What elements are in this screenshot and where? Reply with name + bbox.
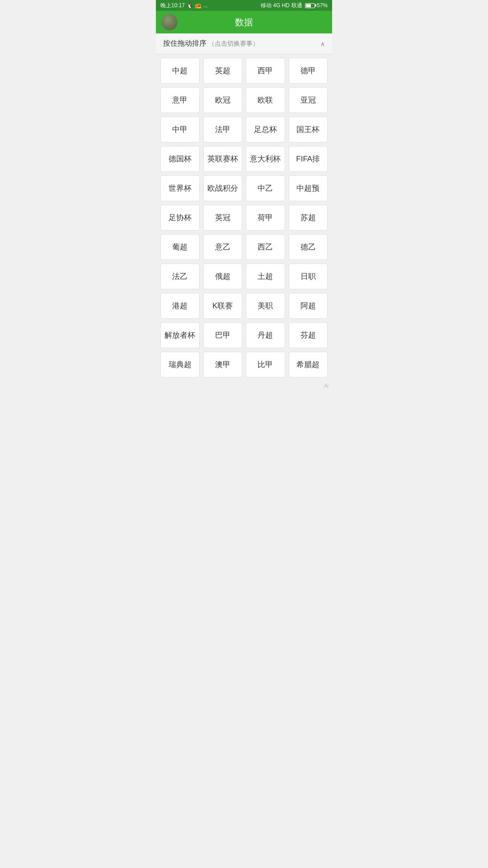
league-item[interactable]: 英冠	[203, 205, 243, 231]
league-grid: 中超英超西甲德甲意甲欧冠欧联亚冠中甲法甲足总杯国王杯德国杯英联赛杯意大利杯FIF…	[156, 54, 332, 381]
league-item[interactable]: 土超	[246, 264, 285, 289]
league-item[interactable]: 欧冠	[203, 87, 243, 113]
status-network: 移动 4G HD	[261, 2, 290, 9]
avatar-image	[161, 14, 178, 30]
league-item[interactable]: 港超	[160, 293, 200, 319]
subtitle-hint-text: （点击切换赛事）	[208, 40, 259, 47]
subtitle-content: 按住拖动排序 （点击切换赛事）	[163, 39, 259, 48]
status-icons: 🐧 📻 ...	[187, 2, 208, 9]
subtitle-bar[interactable]: 按住拖动排序 （点击切换赛事） ∧	[156, 33, 332, 54]
status-bar: 晚上10:17 🐧 📻 ... 移动 4G HD 联通 57%	[156, 0, 332, 11]
league-item[interactable]: 俄超	[203, 264, 243, 289]
league-item[interactable]: 荷甲	[246, 205, 285, 231]
league-item[interactable]: 瑞典超	[160, 352, 200, 377]
league-item[interactable]: 意大利杯	[246, 146, 285, 172]
league-item[interactable]: 意乙	[203, 234, 243, 260]
status-left: 晚上10:17 🐧 📻 ...	[160, 2, 208, 9]
league-item[interactable]: 世界杯	[160, 175, 200, 201]
status-right: 移动 4G HD 联通 57%	[261, 2, 328, 9]
league-item[interactable]: 欧联	[246, 87, 285, 113]
league-item[interactable]: 德甲	[289, 58, 328, 84]
league-item[interactable]: 美职	[246, 293, 285, 319]
league-item[interactable]: 亚冠	[289, 87, 328, 113]
league-item[interactable]: 苏超	[289, 205, 328, 231]
league-item[interactable]: 丹超	[246, 322, 285, 348]
league-item[interactable]: 英联赛杯	[203, 146, 243, 172]
league-item[interactable]: 日职	[289, 264, 328, 289]
header-title: 数据	[235, 16, 253, 28]
avatar[interactable]	[161, 14, 178, 30]
league-item[interactable]: 中乙	[246, 175, 285, 201]
league-item[interactable]: 欧战积分	[203, 175, 243, 201]
league-item[interactable]: 意甲	[160, 87, 200, 113]
league-item[interactable]: 中超预	[289, 175, 328, 201]
league-item[interactable]: 德国杯	[160, 146, 200, 172]
league-item[interactable]: 足总杯	[246, 117, 285, 142]
watermark: Ai	[156, 381, 332, 390]
league-item[interactable]: 芬超	[289, 322, 328, 348]
league-item[interactable]: 西乙	[246, 234, 285, 260]
league-item[interactable]: 澳甲	[203, 352, 243, 377]
league-item[interactable]: 英超	[203, 58, 243, 84]
league-item[interactable]: 葡超	[160, 234, 200, 260]
league-item[interactable]: FIFA排	[289, 146, 328, 172]
battery-icon	[305, 3, 315, 8]
league-item[interactable]: 西甲	[246, 58, 285, 84]
collapse-icon[interactable]: ∧	[320, 40, 325, 47]
league-item[interactable]: 巴甲	[203, 322, 243, 348]
battery-percent: 57%	[317, 2, 328, 9]
league-item[interactable]: 德乙	[289, 234, 328, 260]
status-time: 晚上10:17	[160, 2, 185, 9]
league-item[interactable]: 中超	[160, 58, 200, 84]
status-carrier: 联通	[291, 2, 302, 9]
league-item[interactable]: 比甲	[246, 352, 285, 377]
league-item[interactable]: 阿超	[289, 293, 328, 319]
league-item[interactable]: 希腊超	[289, 352, 328, 377]
league-item[interactable]: 国王杯	[289, 117, 328, 142]
league-item[interactable]: 解放者杯	[160, 322, 200, 348]
league-item[interactable]: 法甲	[203, 117, 243, 142]
league-item[interactable]: 足协杯	[160, 205, 200, 231]
league-item[interactable]: K联赛	[203, 293, 243, 319]
battery-fill	[306, 4, 311, 7]
subtitle-main-text: 按住拖动排序	[163, 39, 206, 47]
league-item[interactable]: 中甲	[160, 117, 200, 142]
app-header: 数据	[156, 11, 332, 33]
league-item[interactable]: 法乙	[160, 264, 200, 289]
